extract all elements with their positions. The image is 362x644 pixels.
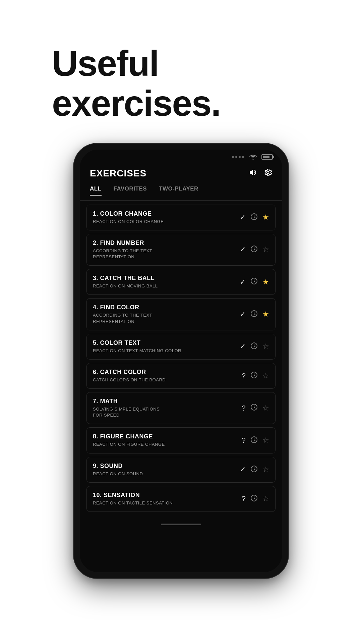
- favorite-star-7[interactable]: ☆: [262, 404, 269, 413]
- exercise-info-1: 1. COLOR CHANGE REACTION ON COLOR CHANGE: [93, 210, 236, 225]
- status-check-9: ✓: [240, 465, 246, 474]
- exercise-item-6[interactable]: 6. CATCH COLOR CATCH COLORS ON THE BOARD…: [86, 363, 276, 389]
- exercise-item-1[interactable]: 1. COLOR CHANGE REACTION ON COLOR CHANGE…: [86, 205, 276, 230]
- status-check-3: ✓: [240, 278, 246, 286]
- exercise-title-10: 10. SENSATION: [93, 492, 238, 499]
- history-icon-2[interactable]: [250, 245, 258, 254]
- exercise-info-7: 7. MATH SOLVING SIMPLE EQUATIONS FOR SPE…: [93, 398, 238, 418]
- tab-two-player[interactable]: TWO-PLAYER: [159, 185, 198, 196]
- exercise-info-8: 8. FIGURE CHANGE REACTION ON FIGURE CHAN…: [93, 433, 238, 447]
- exercise-title-9: 9. SOUND: [93, 463, 236, 470]
- exercise-item-7[interactable]: 7. MATH SOLVING SIMPLE EQUATIONS FOR SPE…: [86, 392, 276, 424]
- exercise-item-5[interactable]: 5. COLOR TEXT REACTION ON TEXT MATCHING …: [86, 334, 276, 360]
- status-question-6: ?: [242, 372, 246, 380]
- favorite-star-9[interactable]: ☆: [262, 465, 269, 474]
- settings-icon[interactable]: [263, 168, 272, 179]
- favorite-star-2[interactable]: ☆: [262, 245, 269, 254]
- exercise-subtitle-5: REACTION ON TEXT MATCHING COLOR: [93, 348, 236, 354]
- signal-dot-2: [235, 156, 237, 158]
- favorite-star-3[interactable]: ★: [262, 278, 269, 286]
- history-icon-1[interactable]: [250, 213, 258, 222]
- exercise-item-10[interactable]: 10. SENSATION REACTION ON TACTILE SENSAT…: [86, 486, 276, 512]
- exercise-subtitle-7: SOLVING SIMPLE EQUATIONS FOR SPEED: [93, 406, 238, 418]
- history-icon-6[interactable]: [250, 371, 258, 380]
- history-icon-5[interactable]: [250, 342, 258, 351]
- exercise-subtitle-3: REACTION ON MOVING BALL: [93, 283, 236, 289]
- exercise-item-9[interactable]: 9. SOUND REACTION ON SOUND ✓ ☆: [86, 457, 276, 483]
- signal-dots: [232, 156, 244, 158]
- sound-icon[interactable]: [249, 168, 257, 179]
- status-check-1: ✓: [240, 213, 246, 222]
- favorite-star-6[interactable]: ☆: [262, 372, 269, 380]
- battery-icon: [261, 154, 273, 160]
- status-bar: [80, 150, 282, 163]
- exercise-title-2: 2. FIND NUMBER: [93, 239, 236, 247]
- headline-line1: Useful: [52, 43, 159, 84]
- exercise-subtitle-4: ACCORDING TO THE TEXT REPRESENTATION: [93, 312, 236, 324]
- battery-fill: [263, 156, 269, 158]
- exercise-actions-7: ? ☆: [242, 404, 269, 413]
- app-title: EXERCISES: [90, 168, 146, 179]
- exercise-info-6: 6. CATCH COLOR CATCH COLORS ON THE BOARD: [93, 369, 238, 383]
- history-icon-3[interactable]: [250, 277, 258, 286]
- exercise-actions-1: ✓ ★: [240, 213, 269, 222]
- exercise-actions-10: ? ☆: [242, 494, 269, 503]
- page-title-block: Useful exercises.: [0, 0, 362, 144]
- tab-all[interactable]: ALL: [90, 185, 102, 196]
- exercise-actions-2: ✓ ☆: [240, 245, 269, 254]
- exercise-item-4[interactable]: 4. FIND COLOR ACCORDING TO THE TEXT REPR…: [86, 298, 276, 330]
- favorite-star-10[interactable]: ☆: [262, 494, 269, 503]
- signal-dot-4: [242, 156, 244, 158]
- exercise-info-10: 10. SENSATION REACTION ON TACTILE SENSAT…: [93, 492, 238, 506]
- signal-dot-1: [232, 156, 234, 158]
- header-icons: [249, 168, 272, 179]
- tab-favorites[interactable]: FAVORITES: [114, 185, 147, 196]
- app-header: EXERCISES: [80, 163, 282, 185]
- favorite-star-4[interactable]: ★: [262, 310, 269, 319]
- history-icon-10[interactable]: [250, 494, 258, 503]
- exercise-title-4: 4. FIND COLOR: [93, 304, 236, 311]
- phone-frame: EXERCISES: [74, 144, 288, 578]
- exercise-info-2: 2. FIND NUMBER ACCORDING TO THE TEXT REP…: [93, 239, 236, 260]
- tabs-bar: ALL FAVORITES TWO-PLAYER: [80, 185, 282, 201]
- exercise-title-7: 7. MATH: [93, 398, 238, 405]
- status-check-2: ✓: [240, 245, 246, 254]
- exercise-item-2[interactable]: 2. FIND NUMBER ACCORDING TO THE TEXT REP…: [86, 234, 276, 266]
- exercise-subtitle-10: REACTION ON TACTILE SENSATION: [93, 500, 238, 506]
- status-question-8: ?: [242, 436, 246, 445]
- favorite-star-8[interactable]: ☆: [262, 436, 269, 445]
- favorite-star-1[interactable]: ★: [262, 213, 269, 222]
- exercise-actions-3: ✓ ★: [240, 277, 269, 286]
- wifi-icon: [249, 154, 257, 160]
- signal-dot-3: [239, 156, 241, 158]
- exercise-subtitle-1: REACTION ON COLOR CHANGE: [93, 219, 236, 225]
- exercise-actions-8: ? ☆: [242, 436, 269, 445]
- exercise-info-3: 3. CATCH THE BALL REACTION ON MOVING BAL…: [93, 275, 236, 289]
- exercise-item-3[interactable]: 3. CATCH THE BALL REACTION ON MOVING BAL…: [86, 269, 276, 295]
- status-check-4: ✓: [240, 310, 246, 319]
- headline-line2: exercises.: [52, 83, 221, 123]
- exercise-subtitle-6: CATCH COLORS ON THE BOARD: [93, 377, 238, 383]
- history-icon-8[interactable]: [250, 436, 258, 445]
- favorite-star-5[interactable]: ☆: [262, 342, 269, 351]
- exercise-title-3: 3. CATCH THE BALL: [93, 275, 236, 282]
- exercise-item-8[interactable]: 8. FIGURE CHANGE REACTION ON FIGURE CHAN…: [86, 427, 276, 453]
- exercise-info-5: 5. COLOR TEXT REACTION ON TEXT MATCHING …: [93, 339, 236, 354]
- history-icon-7[interactable]: [250, 404, 258, 413]
- phone-screen: EXERCISES: [80, 150, 282, 572]
- history-icon-4[interactable]: [250, 310, 258, 319]
- exercise-title-8: 8. FIGURE CHANGE: [93, 433, 238, 440]
- exercise-actions-6: ? ☆: [242, 371, 269, 380]
- history-icon-9[interactable]: [250, 465, 258, 474]
- exercise-title-6: 6. CATCH COLOR: [93, 369, 238, 376]
- exercise-actions-4: ✓ ★: [240, 310, 269, 319]
- phone-wrapper: EXERCISES: [64, 144, 298, 580]
- exercise-info-9: 9. SOUND REACTION ON SOUND: [93, 463, 236, 477]
- exercise-list: 1. COLOR CHANGE REACTION ON COLOR CHANGE…: [80, 201, 282, 519]
- exercise-subtitle-9: REACTION ON SOUND: [93, 471, 236, 477]
- exercise-subtitle-8: REACTION ON FIGURE CHANGE: [93, 441, 238, 447]
- exercise-title-5: 5. COLOR TEXT: [93, 339, 236, 346]
- exercise-actions-5: ✓ ☆: [240, 342, 269, 351]
- home-bar: [161, 524, 201, 525]
- exercise-info-4: 4. FIND COLOR ACCORDING TO THE TEXT REPR…: [93, 304, 236, 324]
